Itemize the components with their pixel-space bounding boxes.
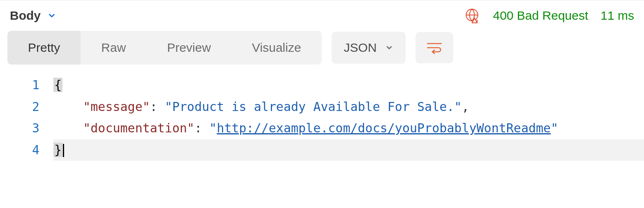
wrap-lines-button[interactable] — [415, 32, 453, 63]
open-brace: { — [53, 78, 62, 92]
tab-raw[interactable]: Raw — [81, 31, 146, 65]
tab-preview[interactable]: Preview — [146, 31, 231, 65]
json-quote: " — [551, 121, 558, 135]
code-line: 3 "documentation": "http://example.com/d… — [0, 118, 644, 139]
line-number: 3 — [0, 118, 53, 139]
json-url-link[interactable]: http://example.com/docs/youProbablyWontR… — [217, 121, 551, 135]
chevron-down-icon — [385, 44, 393, 52]
line-number: 1 — [0, 74, 53, 96]
response-time-text: 11 ms — [600, 9, 634, 23]
tab-pretty[interactable]: Pretty — [7, 31, 81, 65]
text-cursor — [63, 144, 64, 157]
response-toolbar: Pretty Raw Preview Visualize JSON — [0, 31, 644, 71]
format-select[interactable]: JSON — [332, 32, 406, 64]
code-line: 2 "message": "Product is already Availab… — [0, 96, 644, 118]
tab-visualize[interactable]: Visualize — [231, 31, 322, 65]
response-body-code[interactable]: 1 { 2 "message": "Product is already Ava… — [0, 71, 644, 161]
format-select-label: JSON — [344, 41, 377, 55]
section-label[interactable]: Body — [10, 9, 41, 23]
close-brace: } — [53, 143, 62, 157]
globe-warning-icon — [465, 8, 480, 23]
svg-point-2 — [477, 22, 478, 23]
json-key: "message" — [83, 99, 150, 114]
colon: : — [194, 121, 202, 135]
comma: , — [462, 99, 469, 114]
code-line: 4 } — [0, 139, 644, 161]
json-key: "documentation" — [83, 121, 194, 135]
wrap-lines-icon — [426, 41, 443, 54]
line-number: 2 — [0, 96, 53, 118]
status-code-text: 400 Bad Request — [493, 9, 588, 23]
json-quote: " — [209, 121, 217, 135]
chevron-down-icon[interactable] — [47, 11, 56, 20]
view-mode-tabs: Pretty Raw Preview Visualize — [7, 31, 322, 65]
response-header: Body 400 Bad Request 11 ms — [0, 0, 644, 31]
json-string: "Product is already Available For Sale." — [165, 99, 462, 114]
colon: : — [150, 99, 157, 114]
code-line: 1 { — [0, 74, 644, 96]
line-number: 4 — [0, 139, 53, 161]
